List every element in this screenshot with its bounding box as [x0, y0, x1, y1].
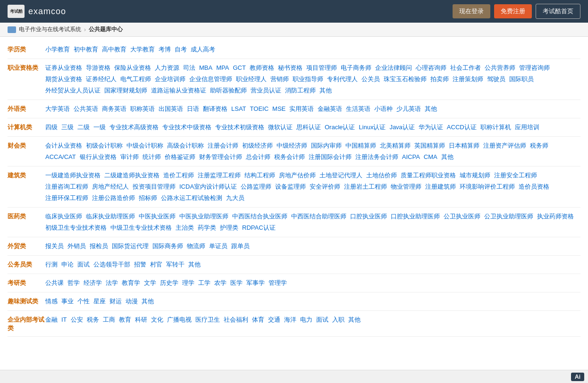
category-item[interactable]: 科研 [135, 315, 147, 325]
login-button[interactable]: 现在登录 [453, 4, 490, 18]
category-item[interactable]: 中医执业助理医师 [179, 211, 228, 222]
category-item[interactable]: 注册岩土工程师 [344, 182, 387, 192]
category-item[interactable]: 中国精算师 [345, 141, 376, 151]
category-item[interactable]: 事业 [61, 296, 74, 307]
category-item[interactable]: 其他 [319, 85, 332, 96]
category-item[interactable]: 文化 [151, 315, 163, 325]
category-item[interactable]: CMA [424, 152, 437, 162]
category-item[interactable]: 二级 [77, 122, 90, 133]
category-item[interactable]: 小语种 [374, 104, 393, 114]
category-item[interactable]: 三级 [61, 122, 74, 133]
category-item[interactable]: 中级卫生专业技术资格 [110, 223, 172, 233]
category-item[interactable]: 报关员 [45, 241, 64, 251]
category-item[interactable]: 其他 [348, 315, 361, 325]
category-item[interactable]: 秘书资格 [278, 63, 302, 73]
category-item[interactable]: 教师资格 [250, 63, 274, 73]
category-item[interactable]: 司法 [183, 63, 195, 73]
category-item[interactable]: 一级建造师执业资格 [45, 170, 101, 181]
category-item[interactable]: 电气工程师 [120, 74, 151, 84]
category-item[interactable]: 法学 [106, 278, 118, 288]
category-item[interactable]: 土地估价师 [366, 170, 397, 181]
category-item[interactable]: 其他 [188, 259, 201, 270]
category-item[interactable]: 文学 [144, 278, 156, 288]
category-item[interactable]: 其他 [425, 104, 437, 114]
category-item[interactable]: 其他 [142, 296, 154, 307]
category-item[interactable]: 考博 [159, 44, 171, 55]
category-item[interactable]: 设备监理师 [275, 182, 306, 192]
category-item[interactable]: 造价员资格 [519, 182, 549, 192]
category-item[interactable]: 国际货运代理 [112, 241, 149, 251]
category-item[interactable]: 消防工程师 [285, 85, 316, 96]
category-item[interactable]: 外销员 [67, 241, 86, 251]
category-item[interactable]: ACCA/CAT [45, 152, 76, 162]
category-item[interactable]: 教育 [119, 315, 131, 325]
category-item[interactable]: 注册策划师 [453, 74, 483, 84]
category-item[interactable]: 思科认证 [296, 122, 321, 133]
category-item[interactable]: 个性 [77, 296, 90, 307]
category-item[interactable]: 房地产经纪人 [92, 182, 129, 192]
category-item[interactable]: 土地登记代理人 [319, 170, 362, 181]
category-item[interactable]: 广播电视 [167, 315, 192, 325]
category-item[interactable]: 医学 [230, 278, 243, 288]
category-item[interactable]: 二级建造师执业资格 [104, 170, 160, 181]
category-item[interactable]: 四级 [45, 122, 58, 133]
category-item[interactable]: 公共营养师 [485, 63, 515, 73]
category-item[interactable]: MBA [199, 63, 212, 73]
category-item[interactable]: 主治类 [176, 223, 194, 233]
category-item[interactable]: 药学类 [198, 223, 216, 233]
category-item[interactable]: 电力 [300, 315, 312, 325]
category-item[interactable]: 职业经理人 [236, 74, 267, 84]
category-item[interactable]: 军事学 [246, 278, 265, 288]
category-item[interactable]: 临床执业医师 [45, 211, 82, 222]
breadcrumb-link[interactable]: 电子作业与在线考试系统 [19, 25, 81, 33]
category-item[interactable]: 日本精算师 [449, 141, 479, 151]
category-item[interactable]: 财务管理会计师 [199, 152, 242, 162]
category-item[interactable]: 公共课 [45, 278, 64, 288]
category-item[interactable]: MSE [272, 104, 286, 114]
category-item[interactable]: 动漫 [126, 296, 138, 307]
category-item[interactable]: 临床执业助理医师 [86, 211, 135, 222]
category-item[interactable]: 项目管理师 [306, 63, 337, 73]
category-item[interactable]: 税务 [87, 315, 99, 325]
category-item[interactable]: 电子商务师 [341, 63, 371, 73]
category-item[interactable]: 专业技术高级资格 [109, 122, 159, 133]
category-item[interactable]: 职业指导师 [293, 74, 323, 84]
category-item[interactable]: 企业信息管理师 [189, 74, 232, 84]
category-item[interactable]: 价格鉴证师 [165, 152, 195, 162]
category-item[interactable]: 历史学 [160, 278, 178, 288]
category-item[interactable]: 国际内审师 [311, 141, 342, 151]
category-item[interactable]: 工商 [103, 315, 115, 325]
category-item[interactable]: 面试 [316, 315, 328, 325]
category-item[interactable]: 情感 [45, 296, 58, 307]
category-item[interactable]: 中医执业医师 [139, 211, 176, 222]
category-item[interactable]: 职称英语 [130, 104, 155, 114]
category-item[interactable]: 结构工程师 [244, 170, 275, 181]
category-item[interactable]: 金融 [45, 315, 58, 325]
category-item[interactable]: 执业药师资格 [537, 211, 574, 222]
category-item[interactable]: 企业培训师 [155, 74, 185, 84]
category-item[interactable]: 自考 [175, 44, 187, 55]
category-item[interactable]: 初中教育 [74, 44, 98, 55]
category-item[interactable]: 心理咨询师 [416, 63, 446, 73]
category-item[interactable]: 生活英语 [346, 104, 370, 114]
category-item[interactable]: 物流师 [187, 241, 205, 251]
category-item[interactable]: 护理类 [220, 223, 238, 233]
category-item[interactable]: 公安 [71, 315, 83, 325]
category-item[interactable]: 注册安全工程师 [494, 170, 537, 181]
category-item[interactable]: 应用培训 [515, 122, 539, 133]
category-item[interactable]: 跟单员 [231, 241, 250, 251]
category-item[interactable]: 期货从业资格 [45, 74, 82, 84]
category-item[interactable]: RDPAC认证 [242, 223, 276, 233]
category-item[interactable]: 环境影响评价工程师 [460, 182, 515, 192]
category-item[interactable]: AICPA [402, 152, 420, 162]
category-item[interactable]: 证券经纪人 [86, 74, 117, 84]
category-item[interactable]: 专利代理人 [327, 74, 358, 84]
category-item[interactable]: 军转干 [166, 259, 185, 270]
category-item[interactable]: 面试 [77, 259, 90, 270]
category-item[interactable]: 注册咨询工程师 [45, 182, 88, 192]
category-item[interactable]: IT [61, 315, 67, 325]
category-item[interactable]: 翻译资格 [203, 104, 227, 114]
category-item[interactable]: 银行从业资格 [80, 152, 117, 162]
category-item[interactable]: 经济学 [84, 278, 102, 288]
category-item[interactable]: 职称计算机 [480, 122, 511, 133]
